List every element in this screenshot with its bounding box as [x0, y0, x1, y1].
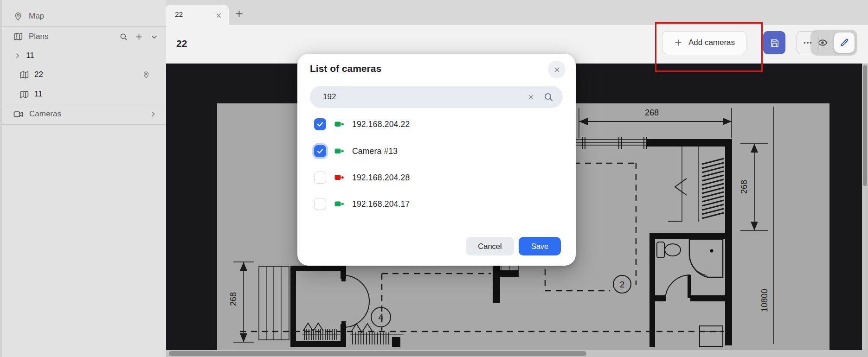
close-tab-icon[interactable]: [214, 11, 223, 20]
tree-item-label: 11: [26, 51, 34, 60]
location-pin-icon: [13, 11, 23, 21]
list-of-cameras-dialog: List of cameras 192.168.204.22: [297, 54, 576, 266]
search-icon[interactable]: [119, 32, 128, 41]
camera-checkbox[interactable]: [314, 118, 326, 130]
ellipsis-icon: [802, 37, 813, 48]
camera-list-item[interactable]: Camera #13: [310, 142, 563, 160]
sidebar: Map Plans 11: [0, 0, 166, 357]
tree-item-label: 11: [34, 89, 43, 99]
sidebar-plans-label: Plans: [29, 32, 49, 41]
save-button[interactable]: Save: [519, 237, 561, 255]
camera-checkbox[interactable]: [314, 145, 326, 157]
horizontal-scrollbar[interactable]: [166, 350, 868, 357]
video-camera-icon: [13, 109, 24, 120]
edit-mode-pencil-icon[interactable]: [834, 32, 855, 53]
plan-dim-top: 268: [645, 108, 659, 117]
save-plan-button[interactable]: [763, 31, 785, 54]
page-title: 22: [176, 38, 187, 49]
sidebar-tree-plan-22[interactable]: 22: [2, 65, 166, 84]
scrollbar-thumb[interactable]: [169, 351, 586, 356]
plan-room-marker-4: 4: [378, 312, 383, 322]
map-icon: [13, 32, 23, 42]
tab-bar: [166, 0, 868, 25]
scrollbar-thumb[interactable]: [863, 65, 867, 186]
camera-status-icon: [334, 147, 344, 155]
camera-list-item[interactable]: 192.168.204.17: [310, 195, 563, 213]
chevron-down-icon[interactable]: [150, 32, 159, 41]
plan-dim-total: 10800: [760, 289, 769, 312]
map-icon: [19, 70, 29, 80]
location-pin-icon[interactable]: [142, 70, 150, 79]
cancel-button[interactable]: Cancel: [466, 237, 514, 255]
camera-checkbox[interactable]: [314, 172, 326, 184]
floppy-save-icon: [769, 38, 780, 48]
camera-name: Camera #13: [352, 147, 398, 156]
tree-item-label: 22: [34, 70, 43, 79]
sidebar-cameras-label: Cameras: [29, 109, 61, 119]
clear-search-icon[interactable]: [526, 92, 536, 102]
chevron-right-icon[interactable]: [14, 52, 21, 59]
sidebar-item-map[interactable]: Map: [2, 6, 166, 26]
camera-list-item[interactable]: 192.168.204.22: [310, 115, 563, 134]
plus-icon: [674, 38, 683, 47]
camera-status-icon: [334, 120, 344, 128]
dialog-title: List of cameras: [310, 63, 381, 74]
camera-search-field: [310, 86, 563, 108]
camera-checkbox[interactable]: [314, 198, 326, 210]
camera-status-icon: [334, 200, 344, 208]
sidebar-item-cameras[interactable]: Cameras: [2, 104, 166, 124]
plan-dim-right: 268: [739, 180, 749, 194]
add-plan-icon[interactable]: [135, 32, 143, 41]
camera-list-item[interactable]: 192.168.204.28: [310, 168, 563, 187]
camera-name: 192.168.204.17: [352, 199, 410, 209]
camera-name: 192.168.204.22: [352, 120, 410, 129]
tab-label: 22: [175, 10, 183, 19]
tab-plan-22[interactable]: 22: [166, 5, 229, 25]
sidebar-divider: [2, 124, 166, 125]
camera-status-icon: [334, 173, 344, 182]
check-icon: [316, 147, 324, 155]
plan-room-marker-2: 2: [620, 280, 625, 289]
app-window: Map Plans 11: [0, 0, 868, 357]
plan-dim-left: 268: [229, 292, 238, 306]
add-cameras-label: Add cameras: [688, 38, 735, 47]
camera-name: 192.168.204.28: [352, 173, 410, 183]
check-icon: [316, 120, 324, 128]
vertical-scrollbar[interactable]: [862, 64, 868, 350]
search-icon[interactable]: [542, 91, 554, 103]
map-icon: [19, 89, 29, 99]
close-icon[interactable]: [548, 61, 566, 78]
sidebar-map-label: Map: [29, 12, 44, 21]
sidebar-item-plans[interactable]: Plans: [2, 27, 166, 46]
sidebar-tree-plan-11[interactable]: 11: [2, 84, 166, 104]
chevron-right-icon[interactable]: [149, 110, 157, 118]
search-input[interactable]: [322, 92, 526, 102]
new-tab-icon[interactable]: [233, 7, 245, 19]
more-options-button[interactable]: [797, 31, 819, 54]
sidebar-tree-group-11[interactable]: 11: [2, 46, 166, 65]
add-cameras-button[interactable]: Add cameras: [662, 31, 746, 54]
